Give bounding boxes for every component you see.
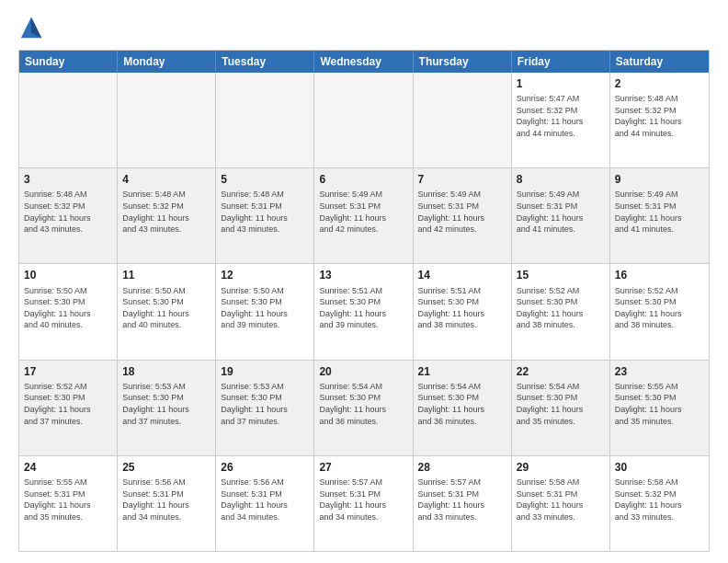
day-info: Sunrise: 5:54 AM Sunset: 5:30 PM Dayligh…: [418, 381, 506, 427]
day-cell-22: 22Sunrise: 5:54 AM Sunset: 5:30 PM Dayli…: [512, 361, 610, 455]
header-cell-friday: Friday: [512, 51, 610, 73]
day-cell-19: 19Sunrise: 5:53 AM Sunset: 5:30 PM Dayli…: [216, 361, 314, 455]
day-cell-11: 11Sunrise: 5:50 AM Sunset: 5:30 PM Dayli…: [118, 264, 216, 359]
day-info: Sunrise: 5:58 AM Sunset: 5:31 PM Dayligh…: [517, 477, 605, 523]
logo: [18, 15, 48, 40]
day-number: 30: [615, 460, 704, 475]
day-number: 24: [24, 460, 112, 475]
day-cell-10: 10Sunrise: 5:50 AM Sunset: 5:30 PM Dayli…: [19, 264, 118, 359]
day-number: 2: [615, 76, 704, 91]
day-cell-23: 23Sunrise: 5:55 AM Sunset: 5:30 PM Dayli…: [610, 361, 709, 455]
day-number: 10: [24, 268, 112, 282]
day-number: 21: [418, 364, 506, 379]
header-cell-thursday: Thursday: [414, 51, 512, 73]
day-number: 6: [319, 172, 407, 187]
day-number: 14: [418, 268, 506, 282]
day-number: 22: [517, 364, 605, 379]
day-info: Sunrise: 5:57 AM Sunset: 5:31 PM Dayligh…: [418, 477, 506, 523]
day-number: 29: [517, 460, 605, 475]
day-cell-25: 25Sunrise: 5:56 AM Sunset: 5:31 PM Dayli…: [118, 456, 216, 551]
day-info: Sunrise: 5:48 AM Sunset: 5:31 PM Dayligh…: [221, 189, 309, 235]
day-info: Sunrise: 5:52 AM Sunset: 5:30 PM Dayligh…: [517, 285, 605, 331]
calendar-row-2: 3Sunrise: 5:48 AM Sunset: 5:32 PM Daylig…: [19, 168, 709, 264]
day-number: 19: [221, 364, 309, 379]
day-cell-29: 29Sunrise: 5:58 AM Sunset: 5:31 PM Dayli…: [512, 456, 610, 551]
header-cell-monday: Monday: [118, 51, 216, 73]
day-number: 20: [319, 364, 407, 379]
day-info: Sunrise: 5:50 AM Sunset: 5:30 PM Dayligh…: [122, 285, 210, 331]
calendar: SundayMondayTuesdayWednesdayThursdayFrid…: [18, 50, 710, 552]
day-info: Sunrise: 5:49 AM Sunset: 5:31 PM Dayligh…: [319, 189, 407, 235]
day-number: 9: [615, 172, 704, 187]
day-number: 28: [418, 460, 506, 475]
day-number: 4: [122, 172, 210, 187]
day-info: Sunrise: 5:48 AM Sunset: 5:32 PM Dayligh…: [615, 93, 704, 139]
calendar-row-5: 24Sunrise: 5:55 AM Sunset: 5:31 PM Dayli…: [19, 456, 709, 551]
day-cell-2: 2Sunrise: 5:48 AM Sunset: 5:32 PM Daylig…: [610, 73, 709, 167]
day-cell-26: 26Sunrise: 5:56 AM Sunset: 5:31 PM Dayli…: [216, 456, 314, 551]
day-info: Sunrise: 5:51 AM Sunset: 5:30 PM Dayligh…: [319, 285, 407, 331]
day-info: Sunrise: 5:53 AM Sunset: 5:30 PM Dayligh…: [122, 381, 210, 427]
day-info: Sunrise: 5:54 AM Sunset: 5:30 PM Dayligh…: [517, 381, 605, 427]
day-cell-5: 5Sunrise: 5:48 AM Sunset: 5:31 PM Daylig…: [216, 168, 314, 263]
day-number: 23: [615, 364, 704, 379]
header-cell-wednesday: Wednesday: [314, 51, 413, 73]
day-info: Sunrise: 5:56 AM Sunset: 5:31 PM Dayligh…: [221, 477, 309, 523]
empty-cell-0-4: [414, 73, 512, 167]
day-info: Sunrise: 5:48 AM Sunset: 5:32 PM Dayligh…: [24, 189, 112, 235]
day-cell-13: 13Sunrise: 5:51 AM Sunset: 5:30 PM Dayli…: [314, 264, 413, 359]
day-number: 11: [122, 268, 210, 282]
calendar-body: 1Sunrise: 5:47 AM Sunset: 5:32 PM Daylig…: [19, 73, 709, 551]
day-cell-28: 28Sunrise: 5:57 AM Sunset: 5:31 PM Dayli…: [414, 456, 512, 551]
empty-cell-0-3: [314, 73, 413, 167]
day-cell-7: 7Sunrise: 5:49 AM Sunset: 5:31 PM Daylig…: [414, 168, 512, 263]
day-info: Sunrise: 5:50 AM Sunset: 5:30 PM Dayligh…: [221, 285, 309, 331]
day-cell-21: 21Sunrise: 5:54 AM Sunset: 5:30 PM Dayli…: [414, 361, 512, 455]
day-number: 15: [517, 268, 605, 282]
day-info: Sunrise: 5:49 AM Sunset: 5:31 PM Dayligh…: [615, 189, 704, 235]
day-info: Sunrise: 5:57 AM Sunset: 5:31 PM Dayligh…: [319, 477, 407, 523]
day-number: 16: [615, 268, 704, 282]
header-cell-saturday: Saturday: [610, 51, 709, 73]
day-cell-8: 8Sunrise: 5:49 AM Sunset: 5:31 PM Daylig…: [512, 168, 610, 263]
day-info: Sunrise: 5:51 AM Sunset: 5:30 PM Dayligh…: [418, 285, 506, 331]
day-cell-30: 30Sunrise: 5:58 AM Sunset: 5:32 PM Dayli…: [610, 456, 709, 551]
day-cell-17: 17Sunrise: 5:52 AM Sunset: 5:30 PM Dayli…: [19, 361, 118, 455]
logo-icon: [18, 15, 44, 40]
day-info: Sunrise: 5:52 AM Sunset: 5:30 PM Dayligh…: [24, 381, 112, 427]
day-cell-24: 24Sunrise: 5:55 AM Sunset: 5:31 PM Dayli…: [19, 456, 118, 551]
day-cell-1: 1Sunrise: 5:47 AM Sunset: 5:32 PM Daylig…: [512, 73, 610, 167]
calendar-row-1: 1Sunrise: 5:47 AM Sunset: 5:32 PM Daylig…: [19, 73, 709, 168]
day-number: 5: [221, 172, 309, 187]
day-number: 17: [24, 364, 112, 379]
day-info: Sunrise: 5:54 AM Sunset: 5:30 PM Dayligh…: [319, 381, 407, 427]
day-number: 3: [24, 172, 112, 187]
day-number: 26: [221, 460, 309, 475]
calendar-row-3: 10Sunrise: 5:50 AM Sunset: 5:30 PM Dayli…: [19, 264, 709, 360]
empty-cell-0-1: [118, 73, 216, 167]
day-cell-6: 6Sunrise: 5:49 AM Sunset: 5:31 PM Daylig…: [314, 168, 413, 263]
calendar-row-4: 17Sunrise: 5:52 AM Sunset: 5:30 PM Dayli…: [19, 361, 709, 456]
day-info: Sunrise: 5:58 AM Sunset: 5:32 PM Dayligh…: [615, 477, 704, 523]
day-cell-3: 3Sunrise: 5:48 AM Sunset: 5:32 PM Daylig…: [19, 168, 118, 263]
day-number: 7: [418, 172, 506, 187]
day-cell-27: 27Sunrise: 5:57 AM Sunset: 5:31 PM Dayli…: [314, 456, 413, 551]
day-number: 25: [122, 460, 210, 475]
day-cell-4: 4Sunrise: 5:48 AM Sunset: 5:32 PM Daylig…: [118, 168, 216, 263]
day-info: Sunrise: 5:52 AM Sunset: 5:30 PM Dayligh…: [615, 285, 704, 331]
header: [18, 15, 710, 40]
header-cell-tuesday: Tuesday: [216, 51, 314, 73]
day-cell-9: 9Sunrise: 5:49 AM Sunset: 5:31 PM Daylig…: [610, 168, 709, 263]
day-cell-15: 15Sunrise: 5:52 AM Sunset: 5:30 PM Dayli…: [512, 264, 610, 359]
day-info: Sunrise: 5:56 AM Sunset: 5:31 PM Dayligh…: [122, 477, 210, 523]
day-cell-18: 18Sunrise: 5:53 AM Sunset: 5:30 PM Dayli…: [118, 361, 216, 455]
day-number: 1: [517, 76, 605, 91]
calendar-header: SundayMondayTuesdayWednesdayThursdayFrid…: [19, 51, 709, 73]
header-cell-sunday: Sunday: [19, 51, 118, 73]
day-cell-14: 14Sunrise: 5:51 AM Sunset: 5:30 PM Dayli…: [414, 264, 512, 359]
day-number: 18: [122, 364, 210, 379]
day-cell-20: 20Sunrise: 5:54 AM Sunset: 5:30 PM Dayli…: [314, 361, 413, 455]
day-info: Sunrise: 5:55 AM Sunset: 5:30 PM Dayligh…: [615, 381, 704, 427]
day-info: Sunrise: 5:49 AM Sunset: 5:31 PM Dayligh…: [517, 189, 605, 235]
day-cell-16: 16Sunrise: 5:52 AM Sunset: 5:30 PM Dayli…: [610, 264, 709, 359]
